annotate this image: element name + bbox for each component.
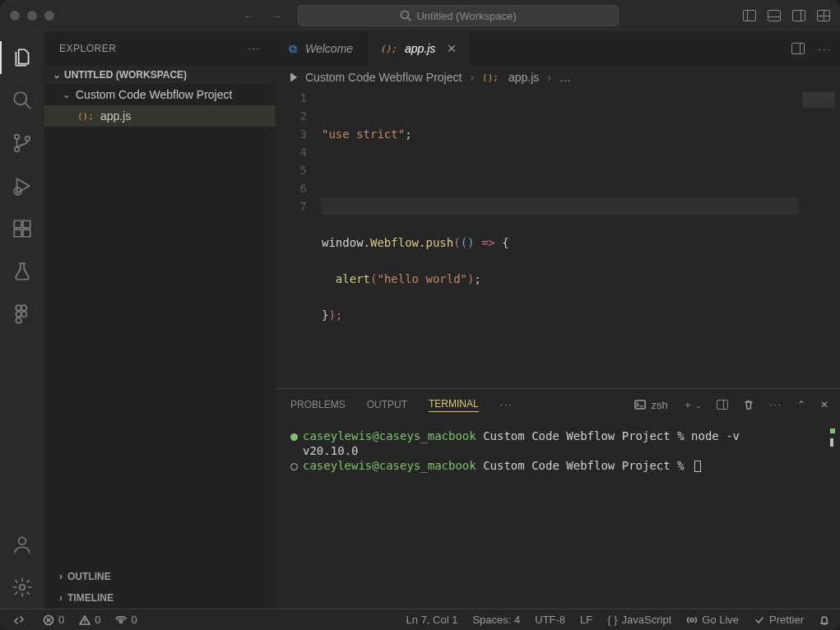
status-indent[interactable]: Spaces: 4: [472, 614, 520, 626]
timeline-section[interactable]: › TIMELINE: [44, 587, 276, 609]
command-center[interactable]: Untitled (Workspace): [298, 5, 619, 26]
outline-section[interactable]: › OUTLINE: [44, 566, 276, 587]
outline-label: OUTLINE: [67, 571, 111, 582]
js-file-icon: ();: [482, 72, 499, 83]
file-row-app-js[interactable]: (); app.js: [44, 105, 276, 127]
activity-extensions[interactable]: [0, 207, 44, 250]
close-panel-icon[interactable]: ✕: [820, 399, 828, 410]
broadcast-icon: [686, 614, 698, 626]
svg-point-18: [20, 585, 26, 591]
tab-app-js[interactable]: (); app.js ✕: [367, 31, 471, 66]
explorer-header: EXPLORER ···: [44, 31, 276, 66]
breadcrumb: Custom Code Webflow Project › (); app.js…: [276, 66, 840, 89]
new-terminal-icon[interactable]: ＋ ⌄: [683, 398, 702, 412]
svg-rect-9: [23, 220, 30, 228]
vscode-icon: ⧉: [289, 42, 297, 56]
status-position[interactable]: Ln 7, Col 1: [406, 614, 458, 626]
terminal-selector[interactable]: zsh: [634, 399, 667, 411]
status-language[interactable]: { } JavaScript: [607, 614, 671, 626]
panel-overflow-icon[interactable]: ···: [769, 399, 782, 410]
toggle-primary-sidebar-icon[interactable]: [743, 10, 756, 21]
terminal-body[interactable]: caseylewis@caseys_macbook Custom Code We…: [276, 420, 840, 609]
title-bar: ← → Untitled (Workspace): [0, 0, 840, 31]
svg-line-3: [25, 103, 30, 109]
activity-search[interactable]: [0, 79, 44, 122]
status-notifications[interactable]: [819, 614, 830, 626]
bell-icon: [819, 614, 830, 626]
minimize-window-icon[interactable]: [27, 11, 37, 21]
code-content[interactable]: "use strict"; window.Webflow ||= []; win…: [322, 89, 840, 388]
status-warnings[interactable]: 0: [79, 614, 100, 626]
activity-source-control[interactable]: [0, 122, 44, 164]
error-icon: [43, 614, 54, 626]
svg-rect-19: [635, 401, 645, 409]
status-encoding[interactable]: UTF-8: [535, 614, 565, 626]
status-go-live[interactable]: Go Live: [686, 614, 739, 626]
panel-more-icon[interactable]: ···: [500, 399, 513, 410]
branch-icon: [12, 132, 33, 154]
activity-settings[interactable]: [0, 566, 44, 609]
close-window-icon[interactable]: [10, 11, 20, 21]
zoom-window-icon[interactable]: [44, 11, 54, 21]
activity-figma[interactable]: [0, 293, 44, 336]
tab-welcome[interactable]: ⧉ Welcome: [276, 31, 367, 66]
terminal-shell: zsh: [651, 399, 667, 411]
activity-explorer[interactable]: [0, 36, 44, 79]
status-dot-icon: [290, 463, 298, 470]
svg-point-25: [690, 618, 694, 622]
panel-tab-terminal[interactable]: TERMINAL: [429, 398, 479, 412]
svg-point-24: [120, 620, 123, 623]
folder-row[interactable]: ⌄ Custom Code Webflow Project: [44, 84, 276, 105]
customize-layout-icon[interactable]: [817, 10, 830, 21]
close-tab-icon[interactable]: ✕: [447, 42, 457, 55]
editor-more-icon[interactable]: ···: [818, 43, 832, 55]
remote-indicator[interactable]: [10, 613, 28, 628]
chevron-right-icon: ›: [470, 71, 474, 84]
minimap[interactable]: [802, 92, 835, 109]
explorer-more-icon[interactable]: ···: [248, 43, 261, 54]
activity-run-debug[interactable]: [0, 164, 44, 207]
svg-point-12: [16, 305, 21, 311]
editor-tabs: ⧉ Welcome (); app.js ✕ ···: [276, 31, 840, 66]
split-editor-icon[interactable]: [791, 43, 805, 54]
status-eol[interactable]: LF: [580, 614, 592, 626]
js-file-icon: ();: [380, 44, 397, 54]
status-ports[interactable]: 0: [115, 614, 137, 626]
nav-back-icon[interactable]: ←: [244, 10, 254, 22]
chevron-up-icon[interactable]: ⌃: [797, 399, 805, 410]
bottom-panel: PROBLEMS OUTPUT TERMINAL ··· zsh ＋ ⌄ ···…: [276, 388, 840, 609]
split-terminal-icon[interactable]: [717, 400, 728, 410]
account-icon: [12, 534, 33, 555]
status-errors[interactable]: 0: [43, 614, 64, 626]
terminal-icon: [634, 399, 646, 410]
workspace-label: UNTITLED (WORKSPACE): [64, 69, 187, 81]
svg-line-1: [408, 18, 411, 21]
breadcrumb-file[interactable]: app.js: [508, 71, 539, 84]
svg-point-15: [21, 312, 26, 317]
code-editor[interactable]: 1 2 3 4 5 6 7 "use strict"; window.Webfl…: [276, 89, 840, 388]
explorer-title: EXPLORER: [59, 43, 116, 54]
workspace-row[interactable]: ⌄ UNTITLED (WORKSPACE): [44, 66, 276, 84]
activity-testing[interactable]: [0, 250, 44, 293]
nav-forward-icon[interactable]: →: [271, 10, 281, 22]
panel-tab-output[interactable]: OUTPUT: [367, 399, 407, 410]
layout-controls: [743, 10, 830, 21]
panel-tab-problems[interactable]: PROBLEMS: [290, 399, 346, 410]
svg-point-17: [19, 537, 26, 544]
status-prettier[interactable]: Prettier: [754, 614, 804, 626]
search-icon: [12, 90, 33, 111]
toggle-panel-icon[interactable]: [768, 10, 781, 21]
toggle-secondary-sidebar-icon[interactable]: [792, 10, 805, 21]
trash-icon[interactable]: [743, 399, 754, 410]
terminal-scroll-marks: [830, 428, 835, 447]
status-bar: 0 0 0 Ln 7, Col 1 Spaces: 4 UTF-8 LF { }…: [0, 609, 840, 630]
breadcrumb-ellipsis[interactable]: …: [559, 71, 571, 84]
editor-area: ⧉ Welcome (); app.js ✕ ··· Custom Code W…: [276, 31, 840, 609]
line-gutter: 1 2 3 4 5 6 7: [276, 89, 322, 388]
line-number: 6: [276, 179, 307, 197]
activity-accounts[interactable]: [0, 523, 44, 566]
run-icon[interactable]: [290, 72, 297, 82]
warning-icon: [79, 614, 90, 626]
svg-point-16: [16, 317, 21, 323]
breadcrumb-folder[interactable]: Custom Code Webflow Project: [305, 71, 462, 84]
